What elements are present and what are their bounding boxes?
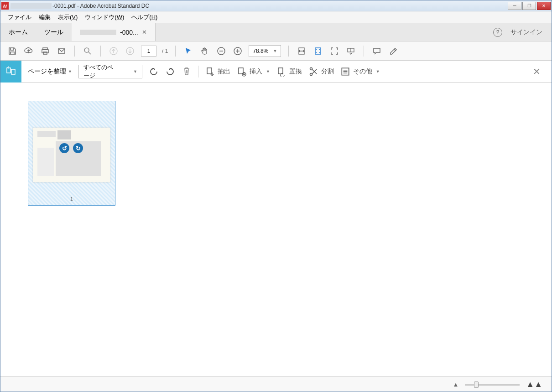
rotate-cw-button[interactable]	[165, 67, 175, 77]
thumbnail-preview	[33, 128, 110, 182]
mail-icon[interactable]	[56, 46, 67, 57]
search-icon[interactable]	[82, 46, 93, 57]
fit-page-icon[interactable]	[312, 46, 323, 57]
extract-button[interactable]: 抽出	[205, 67, 230, 77]
minimize-button[interactable]: ─	[508, 2, 521, 10]
zoom-large-icon[interactable]: ▲▲	[526, 380, 542, 389]
cloud-upload-icon[interactable]	[23, 46, 34, 57]
tab-tools[interactable]: ツール	[36, 23, 72, 41]
replace-button[interactable]: 置換	[276, 67, 302, 77]
page-total-label: / 1	[162, 48, 168, 54]
svg-rect-2	[42, 50, 48, 53]
fit-width-icon[interactable]	[296, 46, 307, 57]
highlight-icon[interactable]	[388, 46, 399, 57]
hand-tool-icon[interactable]	[199, 46, 210, 57]
tab-close-icon[interactable]: ✕	[142, 29, 147, 36]
zoom-in-icon[interactable]	[232, 46, 243, 57]
svg-rect-13	[7, 68, 10, 73]
menu-view[interactable]: 表示(V)	[54, 12, 81, 22]
zoom-select[interactable]: 78.8% ▼	[249, 45, 281, 57]
organize-title-dropdown[interactable]: ページを整理▼	[21, 67, 78, 76]
split-button[interactable]: 分割	[308, 67, 334, 77]
zoom-out-icon[interactable]	[216, 46, 227, 57]
tab-document[interactable]: -000... ✕	[72, 23, 156, 41]
svg-point-5	[84, 48, 89, 52]
window-title: -0001.pdf - Adobe Acrobat Standard DC	[10, 3, 508, 9]
tabbar: ホーム ツール -000... ✕ ? サインイン	[0, 23, 552, 41]
svg-rect-15	[207, 68, 212, 74]
thumbnail-rotate-cw-button[interactable]: ↻	[73, 143, 83, 153]
organize-tool-icon	[0, 61, 21, 83]
help-icon[interactable]: ?	[493, 28, 502, 37]
menu-file[interactable]: ファイル	[4, 12, 35, 22]
menu-help[interactable]: ヘルプ(H)	[128, 12, 161, 22]
next-page-icon[interactable]	[125, 46, 135, 57]
fullscreen-icon[interactable]	[329, 46, 340, 57]
page-thumbnail[interactable]: ↺ ↻ 1	[28, 101, 115, 206]
prev-page-icon[interactable]	[108, 46, 119, 57]
thumbnail-page-number: 1	[28, 196, 115, 202]
chevron-down-icon: ▼	[273, 49, 277, 53]
menu-edit[interactable]: 編集	[35, 12, 54, 22]
zoom-value: 78.8%	[253, 48, 268, 54]
window-titlebar: -0001.pdf - Adobe Acrobat Standard DC ─ …	[0, 0, 552, 11]
page-filter-select[interactable]: すべてのページ▼	[78, 65, 142, 78]
print-icon[interactable]	[40, 46, 51, 57]
zoom-small-icon[interactable]: ▲	[453, 381, 458, 388]
signin-link[interactable]: サインイン	[510, 28, 542, 36]
close-button[interactable]: ✕	[537, 2, 551, 10]
page-number-input[interactable]	[141, 46, 156, 57]
tab-home[interactable]: ホーム	[0, 23, 36, 41]
organize-close-button[interactable]: ✕	[522, 66, 552, 77]
thumbnail-size-slider[interactable]	[465, 384, 520, 386]
main-toolbar: / 1 78.8% ▼	[0, 41, 552, 61]
menubar: ファイル 編集 表示(V) ウィンドウ(W) ヘルプ(H)	[0, 11, 552, 23]
svg-rect-14	[11, 69, 15, 74]
insert-button[interactable]: 挿入▼	[237, 67, 270, 77]
organize-toolbar: ページを整理▼ すべてのページ▼ 抽出 挿入▼ 置換 分割 その他▼ ✕	[0, 61, 552, 83]
delete-button[interactable]	[182, 67, 192, 77]
more-button[interactable]: その他▼	[340, 67, 380, 77]
selection-tool-icon[interactable]	[183, 46, 194, 57]
statusbar: ▲ ▲▲	[0, 376, 552, 392]
slider-handle[interactable]	[474, 382, 479, 388]
app-icon	[1, 2, 9, 10]
tab-document-label: -000...	[120, 29, 138, 36]
rotate-ccw-button[interactable]	[149, 67, 159, 77]
svg-rect-18	[278, 68, 283, 74]
menu-window[interactable]: ウィンドウ(W)	[81, 12, 128, 22]
save-icon[interactable]	[7, 46, 18, 57]
thumbnail-workspace: ↺ ↻ 1	[0, 83, 552, 376]
read-mode-icon[interactable]	[345, 46, 356, 57]
svg-rect-11	[315, 48, 321, 54]
comment-icon[interactable]	[371, 46, 382, 57]
thumbnail-rotate-ccw-button[interactable]: ↺	[59, 143, 69, 153]
maximize-button[interactable]: ☐	[522, 2, 536, 10]
